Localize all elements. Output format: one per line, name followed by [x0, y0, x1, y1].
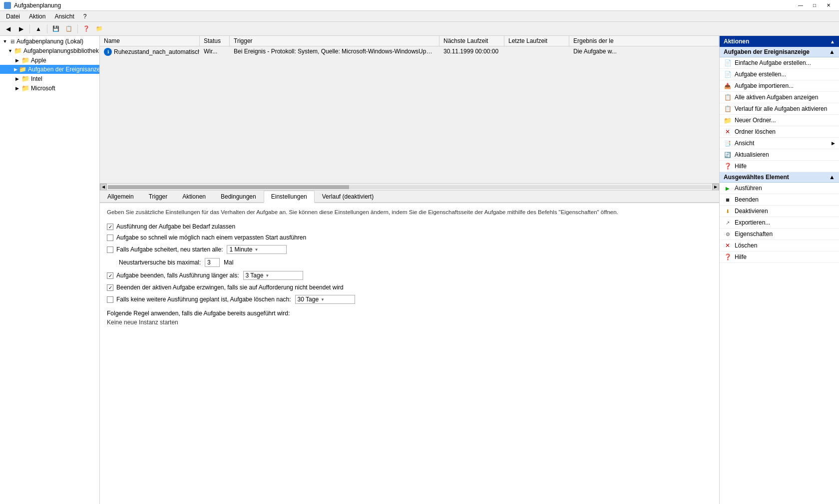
menu-ansicht[interactable]: Ansicht — [50, 12, 78, 21]
tree-item-root[interactable]: ▼ 🖥 Aufgabenplanung (Lokal) — [0, 37, 99, 46]
delete-after-arrow: ▼ — [321, 297, 325, 302]
action-aufgabe-erstellen[interactable]: 📄 Aufgabe erstellen... — [720, 69, 839, 80]
table-row[interactable]: ℹ Ruhezustand_nach_automatischem_Up... W… — [100, 46, 719, 58]
tree-item-apple[interactable]: ▶ 📁 Apple — [0, 55, 99, 65]
up-button[interactable]: ▲ — [32, 23, 44, 34]
actions-header-title: Aktionen — [724, 38, 749, 45]
close-button[interactable]: ✕ — [822, 0, 835, 11]
action-exportieren[interactable]: ↗ Exportieren... — [720, 217, 839, 229]
restart-count-input[interactable] — [205, 258, 220, 267]
tab-bedingungen[interactable]: Bedingungen — [213, 191, 264, 203]
section2-title: Ausgewähltes Element — [724, 174, 789, 181]
actions-collapse-btn[interactable]: ▲ — [830, 39, 835, 44]
checkbox-4[interactable] — [107, 272, 113, 279]
checkbox-6[interactable] — [107, 296, 113, 303]
th-last[interactable]: Letzte Laufzeit — [504, 36, 569, 46]
action-eigenschaften[interactable]: ⚙ Eigenschaften — [720, 229, 839, 240]
action-hilfe-1[interactable]: ❓ Hilfe — [720, 161, 839, 172]
action-ansicht[interactable]: 📑 Ansicht ▶ — [720, 138, 839, 149]
tree-item-microsoft[interactable]: ▶ 📁 Microsoft — [0, 83, 99, 93]
checkbox-1-label: Ausführung der Aufgabe bei Bedarf zulass… — [116, 223, 235, 230]
menu-datei[interactable]: Datei — [2, 12, 24, 21]
checkbox-label-6[interactable]: Falls keine weitere Ausführung geplant i… — [107, 296, 291, 303]
action-loeschen[interactable]: ✕ Löschen — [720, 240, 839, 252]
h-scroll-left-btn[interactable]: ◀ — [100, 184, 107, 191]
checkbox-5[interactable] — [107, 284, 113, 291]
action-beenden[interactable]: ⏹ Beenden — [720, 194, 839, 206]
action-label-ansicht: Ansicht — [735, 140, 754, 147]
action-neuer-ordner[interactable]: 📁 Neuer Ordner... — [720, 115, 839, 126]
forward-button[interactable]: ▶ — [15, 23, 27, 34]
left-panel: ▼ 🖥 Aufgabenplanung (Lokal) ▼ 📁 Aufgaben… — [0, 36, 100, 504]
menu-help[interactable]: ? — [79, 12, 91, 21]
checkbox-label-3[interactable]: Falls Aufgabe scheitert, neu starten all… — [107, 246, 223, 253]
restart-interval-dropdown[interactable]: 1 Minute ▼ — [227, 245, 287, 254]
action-einfache-aufgabe[interactable]: 📄 Einfache Aufgabe erstellen... — [720, 57, 839, 69]
copy-button[interactable]: 📋 — [63, 23, 75, 34]
checkbox-2[interactable] — [107, 235, 113, 241]
tab-allgemein[interactable]: Allgemein — [100, 191, 141, 203]
checkbox-label-2[interactable]: Aufgabe so schnell wie möglich nach eine… — [107, 234, 306, 241]
checkbox-2-label: Aufgabe so schnell wie möglich nach eine… — [116, 234, 306, 241]
action-label-verlauf: Verlauf für alle Aufgaben aktivieren — [735, 105, 827, 112]
section2-header[interactable]: Ausgewähltes Element ▲ — [720, 172, 839, 183]
action-icon-ausfuehren: ▶ — [724, 184, 732, 192]
action-aktualisieren[interactable]: 🔄 Aktualisieren — [720, 149, 839, 161]
th-result[interactable]: Ergebnis der le — [569, 36, 719, 46]
titlebar: Aufgabenplanung — □ ✕ — [0, 0, 839, 11]
th-name[interactable]: Name — [100, 36, 200, 46]
action-ordner-loeschen[interactable]: ✕ Ordner löschen — [720, 126, 839, 138]
tab-aktionen[interactable]: Aktionen — [175, 191, 213, 203]
tab-einstellungen[interactable]: Einstellungen — [264, 191, 315, 203]
tree-item-intel[interactable]: ▶ 📁 Intel — [0, 74, 99, 83]
tab-trigger[interactable]: Trigger — [141, 191, 175, 203]
stop-duration-dropdown[interactable]: 3 Tage ▼ — [243, 271, 303, 280]
titlebar-left: Aufgabenplanung — [4, 2, 61, 9]
h-scroll-thumb[interactable] — [108, 185, 349, 189]
th-status[interactable]: Status — [200, 36, 230, 46]
action-ausfuehren[interactable]: ▶ Ausführen — [720, 183, 839, 194]
toolbar: ◀ ▶ ▲ 💾 📋 ❓ 📁 — [0, 22, 839, 36]
h-scroll-track[interactable] — [108, 185, 711, 189]
tree-label-library: Aufgabenplanungsbibliothek — [23, 47, 99, 54]
h-scrollbar[interactable]: ◀ ▶ — [100, 183, 719, 190]
tree-item-library[interactable]: ▼ 📁 Aufgabenplanungsbibliothek — [0, 46, 99, 55]
tab-einstellungen-content: Geben Sie zusätzliche Einstellungen für … — [100, 203, 719, 504]
menu-aktion[interactable]: Aktion — [25, 12, 49, 21]
action-verlauf-aktivieren[interactable]: 📋 Verlauf für alle Aufgaben aktivieren — [720, 103, 839, 115]
action-aufgabe-importieren[interactable]: 📥 Aufgabe importieren... — [720, 80, 839, 92]
titlebar-title: Aufgabenplanung — [14, 2, 61, 9]
checkbox-label-1[interactable]: Ausführung der Aufgabe bei Bedarf zulass… — [107, 223, 235, 230]
th-trigger[interactable]: Trigger — [230, 36, 439, 46]
help-button[interactable]: ❓ — [80, 23, 92, 34]
back-button[interactable]: ◀ — [2, 23, 14, 34]
checkbox-label-5[interactable]: Beenden der aktiven Aufgabe erzwingen, f… — [107, 284, 344, 291]
minimize-button[interactable]: — — [794, 0, 807, 11]
expand-icon-ereignisanzeige: ▶ — [14, 67, 17, 72]
action-icon-erstellen: 📄 — [724, 70, 732, 78]
checkbox-1[interactable] — [107, 224, 113, 230]
action-label-hilfe-2: Hilfe — [735, 253, 747, 260]
tree-item-ereignisanzeige[interactable]: ▶ 📁 Aufgaben der Ereignisanzeige — [0, 65, 99, 74]
expand-icon-root: ▼ — [2, 39, 8, 44]
restart-interval-arrow: ▼ — [255, 248, 259, 252]
delete-after-dropdown[interactable]: 30 Tage ▼ — [295, 295, 355, 304]
action-deaktivieren[interactable]: ⬇ Deaktivieren — [720, 206, 839, 217]
rule-section: Folgende Regel anwenden, falls die Aufga… — [107, 310, 712, 326]
folder-button[interactable]: 📁 — [93, 23, 105, 34]
action-icon-ansicht: 📑 — [724, 139, 732, 147]
toolbar-sep1 — [29, 24, 30, 33]
h-scroll-right-btn[interactable]: ▶ — [712, 184, 719, 191]
action-label-eigenschaften: Eigenschaften — [735, 231, 773, 238]
maximize-button[interactable]: □ — [808, 0, 821, 11]
action-hilfe-2[interactable]: ❓ Hilfe — [720, 252, 839, 263]
td-status: Wir... — [200, 46, 230, 57]
checkbox-3[interactable] — [107, 247, 113, 253]
save-button[interactable]: 💾 — [50, 23, 62, 34]
section1-header[interactable]: Aufgaben der Ereignisanzeige ▲ — [720, 47, 839, 57]
action-alle-aufgaben[interactable]: 📋 Alle aktiven Aufgaben anzeigen — [720, 92, 839, 103]
expand-icon-microsoft: ▶ — [14, 86, 20, 91]
tab-verlauf[interactable]: Verlauf (deaktiviert) — [315, 191, 381, 203]
th-next[interactable]: Nächste Laufzeit — [439, 36, 504, 46]
checkbox-label-4[interactable]: Aufgabe beenden, falls Ausführung länger… — [107, 272, 239, 279]
